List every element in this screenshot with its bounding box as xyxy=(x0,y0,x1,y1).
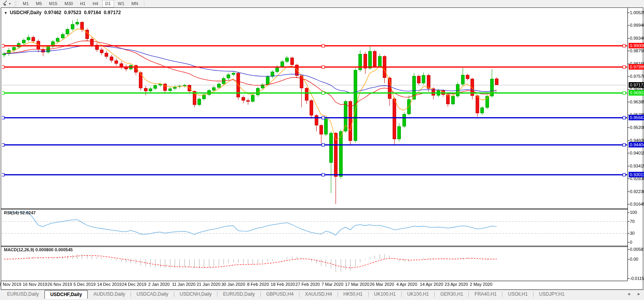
crosshair-tool-button[interactable]: ▾ xyxy=(1,0,12,7)
chevron-right-icon[interactable]: ► xyxy=(637,292,641,296)
toolbar-gripper[interactable] xyxy=(15,1,17,6)
chart-tab-eurusd-daily-5[interactable]: EURUSD,Daily xyxy=(218,290,260,298)
timeframe-button-m1[interactable]: M1 xyxy=(20,0,32,7)
chart-tab-audusd-daily-2[interactable]: AUDUSD,Daily xyxy=(88,290,131,298)
timeframe-button-d1[interactable]: D1 xyxy=(102,0,114,7)
chart-tab-usdcnh-daily-4[interactable]: USDCNH,Daily xyxy=(174,290,217,298)
timeframe-button-m5[interactable]: M5 xyxy=(33,0,45,7)
chart-tab-usdjpy-h1-14[interactable]: USDJPY,H1 xyxy=(533,290,570,298)
timeframe-button-w1[interactable]: W1 xyxy=(115,0,128,7)
timeframe-button-mn[interactable]: MN xyxy=(128,0,141,7)
chart-tab-xauusd-h4-7[interactable]: XAUUSD,H4 xyxy=(299,290,338,298)
timeframe-button-m30[interactable]: M30 xyxy=(61,0,76,7)
chart-tab-usoil-h1-13[interactable]: USOil,H1 xyxy=(502,290,533,298)
trendline-tool-icon xyxy=(2,0,8,7)
tab-scroll-nav: ◄ ► xyxy=(627,292,641,296)
chart-tabs: EURUSD,DailyUSDCHF,DailyAUDUSD,DailyUSDC… xyxy=(0,290,570,299)
timeframe-button-m15[interactable]: M15 xyxy=(46,0,61,7)
timeframe-button-h1[interactable]: H1 xyxy=(77,0,89,7)
chart-tab-eurusd-daily-0[interactable]: EURUSD,Daily xyxy=(2,290,44,298)
chevron-down-icon: ▾ xyxy=(9,2,11,6)
timeframe-button-h4[interactable]: H4 xyxy=(89,0,101,7)
chart-tab-ger30-h1-11[interactable]: GER30,H1 xyxy=(435,290,469,298)
chart-canvas[interactable] xyxy=(0,0,644,300)
chart-tab-usdchf-daily-1[interactable]: USDCHF,Daily xyxy=(44,290,88,299)
chart-tab-gbpusd-h4-6[interactable]: GBPUSD,H4 xyxy=(261,290,299,298)
chart-tab-fra40-h1-12[interactable]: FRA40,H1 xyxy=(469,290,502,298)
chart-tab-hk50-h1-8[interactable]: HK50,H1 xyxy=(338,290,368,298)
top-toolbar: ▾ M1M5M15M30H1H4D1W1MN xyxy=(0,0,644,7)
chart-tab-uk100-h1-10[interactable]: UK100,H1 xyxy=(402,290,434,298)
timeframe-button-group: M1M5M15M30H1H4D1W1MN xyxy=(19,0,142,7)
chart-tab-usdcad-daily-3[interactable]: USDCAD,Daily xyxy=(131,290,174,298)
chart-tab-uk100-h1-9[interactable]: UK100,H1 xyxy=(369,290,401,298)
toolbar-separator xyxy=(144,1,144,7)
chart-tab-bar: EURUSD,DailyUSDCHF,DailyAUDUSD,DailyUSDC… xyxy=(0,290,644,300)
chevron-left-icon[interactable]: ◄ xyxy=(627,292,631,296)
